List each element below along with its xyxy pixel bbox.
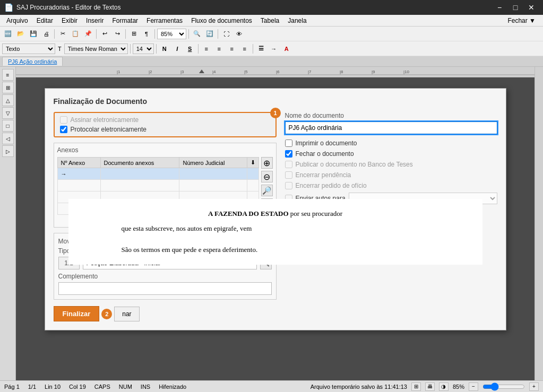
paste-button[interactable]: 📌 [82,28,94,40]
menu-tabela[interactable]: Tabela [256,16,283,25]
publicar-row: Publicar o documento no Banco de Teses [285,161,497,168]
align-justify-button[interactable]: ≡ [239,43,251,55]
menu-exibir[interactable]: Exibir [57,16,82,25]
replace-button[interactable]: 🔄 [204,28,216,40]
remove-anexo-button[interactable]: ⊖ [261,171,273,182]
menu-fluxo[interactable]: Fluxo de documentos [187,16,256,25]
align-right-button[interactable]: ≡ [226,43,238,55]
svg-text:|4: |4 [212,69,216,74]
menu-formatar[interactable]: Formatar [108,16,142,25]
undo-button[interactable]: ↩ [99,28,110,40]
svg-text:|7: |7 [308,69,312,74]
col-doc: Documento anexos [100,158,179,168]
fechar-button[interactable]: Fechar ▼ [502,16,541,25]
document-tab[interactable]: PJ6 Ação ordinária [2,57,63,66]
table-row[interactable]: → [57,168,258,180]
sidebar-btn-2[interactable]: ⊞ [2,82,14,93]
table-row[interactable] [57,180,258,191]
assinar-checkbox[interactable] [60,116,67,124]
dialog-title: Finalização de Documento [54,97,497,106]
format-sep-1 [130,44,131,54]
title-controls: − □ ✕ [492,2,539,13]
color-button[interactable]: A [281,43,292,55]
finalizar-button[interactable]: Finalizar [54,306,100,321]
close-button[interactable]: ✕ [524,2,539,13]
print-button[interactable]: 🖨 [40,28,52,40]
encerrar-pendencia-row: Encerrar pendência [285,171,497,179]
status-pag-total: 1/1 [28,384,36,390]
fullscreen-button[interactable]: ⛶ [220,28,232,40]
save-button[interactable]: 💾 [28,28,39,40]
font-select[interactable]: Times New Roman [64,43,128,54]
cell-jud [179,168,247,180]
publicar-checkbox[interactable] [285,161,292,168]
status-ins: INS [141,384,150,390]
sidebar-btn-5[interactable]: □ [2,120,14,132]
align-left-button[interactable]: ≡ [201,43,212,55]
sidebar-btn-1[interactable]: ≡ [2,69,14,81]
menu-ferramentas[interactable]: Ferramentas [142,16,187,25]
cancelar-button[interactable]: nar [114,307,139,321]
status-bar: Pág 1 1/1 Lin 10 Col 19 CAPS NUM INS Hif… [0,380,543,392]
assinar-row: Assinar eletronicamente [60,116,270,124]
sidebar-btn-4[interactable]: ▽ [2,107,14,119]
indent-button[interactable]: → [268,43,280,55]
add-anexo-button[interactable]: ⊕ [261,157,273,169]
zoom-select[interactable]: 85% 100% 75% [157,29,186,39]
status-lin: Lin 10 [45,384,61,390]
title-bar: 📄 SAJ Procuradorias - Editor de Textos −… [0,0,543,15]
filter-icon[interactable]: ⬇ [251,159,255,165]
menu-janela[interactable]: Janela [283,16,311,25]
fechar-row: Fechar o documento [285,150,497,158]
col-filter: ⬇ [247,158,258,168]
nome-doc-input[interactable] [285,121,497,134]
complemento-input[interactable] [58,282,272,295]
search-anexo-button[interactable]: 🔎 [261,185,273,196]
zoom-in-button[interactable]: + [529,382,539,391]
doc-para-1: que esta subscreve, nos autos em epigraf… [100,224,451,233]
status-caps: CAPS [94,384,110,390]
badge-1: 1 [270,108,281,118]
open-button[interactable]: 📂 [15,28,27,40]
sidebar-btn-6[interactable]: ◁ [2,133,14,144]
status-icon-2[interactable]: 🖶 [425,382,435,391]
list-button[interactable]: ☰ [255,43,267,55]
sidebar-btn-7[interactable]: ▷ [2,145,14,157]
imprimir-checkbox[interactable] [285,140,292,147]
minimize-button[interactable]: − [492,2,507,13]
menu-inserir[interactable]: Inserir [82,16,108,25]
redo-button[interactable]: ↪ [111,28,123,40]
maximize-button[interactable]: □ [508,2,523,13]
italic-button[interactable]: I [171,43,183,55]
sidebar-btn-3[interactable]: △ [2,94,14,106]
svg-text:|9: |9 [372,69,375,74]
underline-button[interactable]: S [184,43,196,55]
encerrar-oficio-checkbox[interactable] [285,182,292,189]
copy-button[interactable]: 📋 [70,28,81,40]
cut-button[interactable]: ✂ [57,28,68,40]
menu-editar[interactable]: Editar [32,16,57,25]
paragraph-button[interactable]: ¶ [141,28,152,40]
menu-arquivo[interactable]: Arquivo [2,16,32,25]
view-button[interactable]: 👁 [233,28,245,40]
right-scrollbar[interactable] [535,67,543,380]
align-center-button[interactable]: ≡ [213,43,225,55]
zoom-slider[interactable] [482,382,525,391]
fechar-checkbox[interactable] [285,150,292,158]
status-icon-1[interactable]: ⊞ [411,382,421,391]
size-select[interactable]: 14 12 16 [133,43,154,54]
status-icon-3[interactable]: ◑ [439,382,449,391]
bold-button[interactable]: N [159,43,170,55]
assinar-label: Assinar eletronicamente [71,116,139,124]
encerrar-pendencia-checkbox[interactable] [285,171,292,179]
new-button[interactable]: 🆕 [2,28,14,40]
toolbar-sep-1 [54,29,55,39]
doc-content[interactable]: Finalização de Documento 1 Assinar eletr… [16,77,535,380]
protocolar-checkbox[interactable] [60,126,67,133]
font-icon: T [58,46,62,52]
style-select[interactable]: Texto [2,43,55,54]
zoom-out-button[interactable]: − [469,382,478,391]
search-button[interactable]: 🔍 [191,28,203,40]
table-button[interactable]: ⊞ [128,28,140,40]
anexos-title: Anexos [57,146,273,154]
